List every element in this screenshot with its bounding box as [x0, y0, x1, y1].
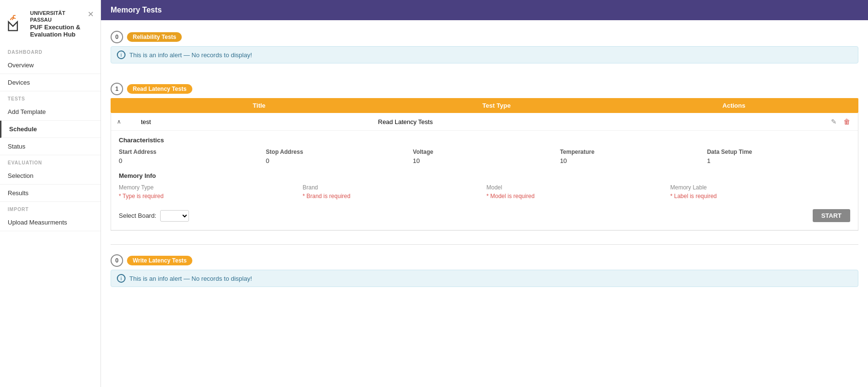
memory-type-required: * Type is required — [119, 193, 299, 200]
col-expand — [116, 102, 140, 109]
brand-col: Brand * Brand is required — [302, 184, 482, 200]
read-latency-header-row: 1 Read Latency Tests — [111, 77, 858, 98]
sidebar-item-results[interactable]: Results — [0, 185, 101, 202]
char-voltage: Voltage 10 — [413, 149, 556, 164]
chevron-cell: ∧ — [117, 118, 141, 125]
reliability-alert-text: This is an info alert — No records to di… — [129, 51, 252, 59]
reliability-tag: Reliability Tests — [127, 32, 182, 42]
memory-lable-label: Memory Lable — [670, 184, 850, 191]
temperature-label: Temperature — [560, 149, 703, 155]
sidebar-item-add-template[interactable]: Add Template — [0, 103, 101, 121]
sidebar-item-overview[interactable]: Overview — [0, 57, 101, 74]
char-data-setup-time: Data Setup Time 1 — [707, 149, 850, 164]
expand-chevron-icon[interactable]: ∧ — [117, 118, 121, 125]
dashboard-section-label: DASHBOARD — [0, 45, 101, 57]
memory-type-label: Memory Type — [119, 184, 299, 191]
edit-icon: ✎ — [831, 118, 837, 125]
write-latency-section: 0 Write Latency Tests i This is an info … — [111, 249, 858, 287]
col-actions: Actions — [615, 102, 853, 109]
brand-required: * Brand is required — [302, 193, 482, 200]
model-col: Model * Model is required — [487, 184, 667, 200]
tests-section-label: TESTS — [0, 91, 101, 103]
divider — [111, 244, 858, 245]
write-latency-badge: 0 — [111, 254, 123, 267]
edit-button[interactable]: ✎ — [829, 117, 839, 126]
university-logo — [7, 13, 26, 34]
page-header: Memory Tests — [101, 0, 868, 20]
reliability-header-row: 0 Reliability Tests — [111, 25, 858, 46]
voltage-label: Voltage — [413, 149, 556, 155]
voltage-value: 10 — [413, 157, 556, 164]
import-section-label: IMPORT — [0, 202, 101, 214]
info-icon-write: i — [117, 274, 126, 283]
memory-type-col: Memory Type * Type is required — [119, 184, 299, 200]
sidebar-item-upload[interactable]: Upload Measurments — [0, 214, 101, 231]
model-label: Model — [487, 184, 667, 191]
board-select-label: Select Board: — [119, 212, 156, 219]
sidebar-item-status[interactable]: Status — [0, 138, 101, 155]
col-test-type: Test Type — [378, 102, 616, 109]
memory-lable-required: * Label is required — [670, 193, 850, 200]
info-icon: i — [117, 50, 126, 59]
evaluation-section-label: EVALUATION — [0, 155, 101, 167]
char-start-address: Start Address 0 — [119, 149, 262, 164]
sidebar-item-devices[interactable]: Devices — [0, 74, 101, 91]
write-latency-alert: i This is an info alert — No records to … — [111, 270, 858, 287]
table-row-wrapper: ∧ test Read Latency Tests ✎ 🗑 — [111, 113, 858, 230]
reliability-alert: i This is an info alert — No records to … — [111, 46, 858, 63]
char-temperature: Temperature 10 — [560, 149, 703, 164]
content-area: 0 Reliability Tests i This is an info al… — [101, 20, 868, 387]
row-actions: ✎ 🗑 — [615, 117, 852, 126]
characteristics-grid: Start Address 0 Stop Address 0 Voltage 1… — [119, 149, 850, 164]
university-name: UNIVERSITÄT PASSAU — [30, 10, 84, 24]
start-button[interactable]: START — [813, 209, 850, 222]
start-address-value: 0 — [119, 157, 262, 164]
write-latency-tag: Write Latency Tests — [127, 256, 192, 265]
model-required: * Model is required — [487, 193, 667, 200]
board-select-dropdown[interactable] — [160, 210, 189, 222]
data-setup-time-value: 1 — [707, 157, 850, 164]
data-setup-time-label: Data Setup Time — [707, 149, 850, 155]
row-title: test — [141, 118, 378, 125]
char-stop-address: Stop Address 0 — [266, 149, 409, 164]
app-title: PUF Execution &Evaluation Hub — [30, 24, 84, 38]
stop-address-label: Stop Address — [266, 149, 409, 155]
expanded-detail: Characteristics Start Address 0 Stop Add… — [111, 130, 858, 230]
read-latency-table-header: Title Test Type Actions — [111, 98, 858, 113]
write-latency-header-row: 0 Write Latency Tests — [111, 249, 858, 270]
read-latency-tag: Read Latency Tests — [127, 84, 192, 94]
memory-lable-col: Memory Lable * Label is required — [670, 184, 850, 200]
read-latency-table-body: ∧ test Read Latency Tests ✎ 🗑 — [111, 113, 858, 231]
brand-label: Brand — [302, 184, 482, 191]
delete-button[interactable]: 🗑 — [842, 117, 852, 126]
sidebar-item-selection[interactable]: Selection — [0, 167, 101, 185]
logo-area: UNIVERSITÄT PASSAU PUF Execution &Evalua… — [0, 6, 101, 45]
read-latency-badge: 1 — [111, 83, 123, 95]
temperature-value: 10 — [560, 157, 703, 164]
characteristics-title: Characteristics — [119, 137, 850, 144]
page-title: Memory Tests — [111, 6, 162, 14]
reliability-badge: 0 — [111, 31, 123, 43]
stop-address-value: 0 — [266, 157, 409, 164]
start-address-label: Start Address — [119, 149, 262, 155]
main-content: Memory Tests 0 Reliability Tests i This … — [101, 0, 868, 387]
close-icon[interactable]: ✕ — [88, 10, 94, 19]
read-latency-section: 1 Read Latency Tests Title Test Type Act… — [111, 77, 858, 231]
memory-info-grid: Memory Type * Type is required Brand * B… — [119, 184, 850, 200]
row-test-type: Read Latency Tests — [378, 118, 615, 125]
memory-info-title: Memory Info — [119, 172, 850, 179]
table-row: ∧ test Read Latency Tests ✎ 🗑 — [111, 113, 858, 130]
write-latency-alert-text: This is an info alert — No records to di… — [129, 275, 252, 282]
sidebar: UNIVERSITÄT PASSAU PUF Execution &Evalua… — [0, 0, 101, 387]
reliability-tests-section: 0 Reliability Tests i This is an info al… — [111, 25, 858, 63]
col-title: Title — [140, 102, 378, 109]
sidebar-item-schedule[interactable]: Schedule — [0, 121, 101, 138]
delete-icon: 🗑 — [843, 118, 850, 125]
board-select-row: Select Board: START — [119, 205, 850, 224]
